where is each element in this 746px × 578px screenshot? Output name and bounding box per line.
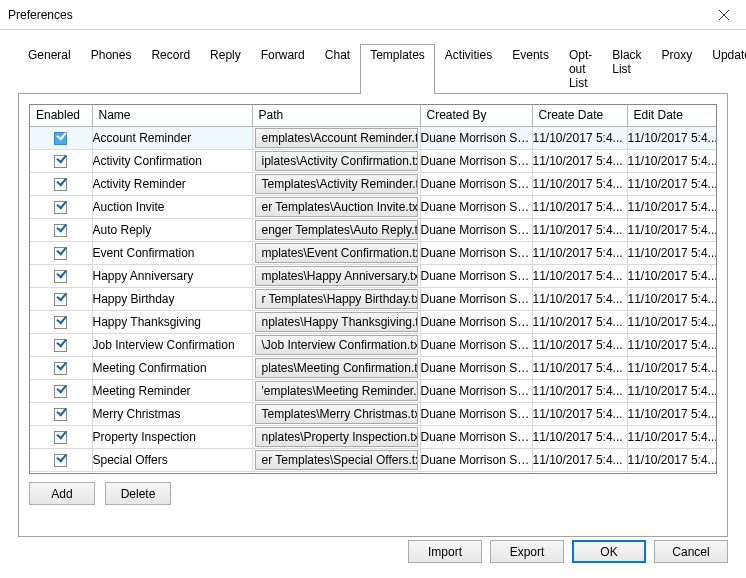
cell-name[interactable]: Happy Thanksgiving (92, 311, 252, 334)
path-button[interactable]: Templates\Activity Reminder.txt (255, 174, 418, 194)
cell-create-date[interactable]: 11/10/2017 5:4... (532, 127, 627, 150)
path-button[interactable]: er Templates\Special Offers.txt (255, 450, 418, 470)
close-button[interactable] (702, 0, 746, 30)
cell-edit-date[interactable]: 11/10/2017 5:4... (627, 426, 717, 449)
table-row[interactable]: Special Offerser Templates\Special Offer… (30, 449, 717, 472)
cell-name[interactable]: Meeting Confirmation (92, 357, 252, 380)
tab-general[interactable]: General (18, 44, 81, 94)
cell-created-by[interactable] (420, 472, 532, 475)
path-button[interactable]: mplates\Happy Anniversary.txt (255, 266, 418, 286)
cell-edit-date[interactable]: 11/10/2017 5:4... (627, 173, 717, 196)
col-header-edit-date[interactable]: Edit Date (627, 105, 717, 127)
tab-black-list[interactable]: Black List (602, 44, 651, 94)
path-button[interactable]: Templates\Merry Christmas.txt (255, 404, 418, 424)
tab-opt-out-list[interactable]: Opt-out List (559, 44, 602, 94)
table-row[interactable]: Happy Anniversarymplates\Happy Anniversa… (30, 265, 717, 288)
enabled-checkbox[interactable] (54, 224, 67, 237)
cell-create-date[interactable]: 11/10/2017 5:4... (532, 449, 627, 472)
col-header-create-date[interactable]: Create Date (532, 105, 627, 127)
cell-edit-date[interactable]: 11/10/2017 5:4... (627, 357, 717, 380)
cell-created-by[interactable]: Duane Morrison Smith (420, 242, 532, 265)
cell-name[interactable]: Activity Confirmation (92, 150, 252, 173)
enabled-checkbox[interactable] (54, 431, 67, 444)
cell-create-date[interactable]: 11/10/2017 5:4... (532, 311, 627, 334)
cell-created-by[interactable]: Duane Morrison Smith (420, 173, 532, 196)
cell-edit-date[interactable]: 11/10/2017 5:4... (627, 288, 717, 311)
col-header-name[interactable]: Name (92, 105, 252, 127)
cell-edit-date[interactable]: 11/10/2017 5:4... (627, 196, 717, 219)
path-button[interactable]: \Job Interview Confirmation.txt (255, 335, 418, 355)
cell-name[interactable]: Merry Christmas (92, 403, 252, 426)
table-row[interactable]: Auction Inviteer Templates\Auction Invit… (30, 196, 717, 219)
cell-name[interactable]: Meeting Reminder (92, 380, 252, 403)
enabled-checkbox[interactable] (54, 316, 67, 329)
table-row[interactable]: Job Interview Confirmation\Job Interview… (30, 334, 717, 357)
cell-created-by[interactable]: Duane Morrison Smith (420, 219, 532, 242)
tab-updates[interactable]: Updates (702, 44, 746, 94)
cell-created-by[interactable]: Duane Morrison Smith (420, 150, 532, 173)
cell-created-by[interactable]: Duane Morrison Smith (420, 403, 532, 426)
cell-created-by[interactable]: Duane Morrison Smith (420, 288, 532, 311)
cell-created-by[interactable]: Duane Morrison Smith (420, 196, 532, 219)
enabled-checkbox[interactable] (54, 201, 67, 214)
cell-name[interactable]: Account Reminder (92, 127, 252, 150)
enabled-checkbox[interactable] (54, 178, 67, 191)
enabled-checkbox[interactable] (54, 270, 67, 283)
path-button[interactable] (255, 473, 418, 474)
delete-button[interactable]: Delete (105, 482, 171, 505)
tab-phones[interactable]: Phones (81, 44, 142, 94)
import-button[interactable]: Import (408, 540, 482, 563)
cell-name[interactable]: Event Confirmation (92, 242, 252, 265)
table-row[interactable]: Auto Replyenger Templates\Auto Reply.txt… (30, 219, 717, 242)
cell-name[interactable]: Job Interview Confirmation (92, 334, 252, 357)
path-button[interactable]: nplates\Property Inspection.txt (255, 427, 418, 447)
cell-name[interactable] (92, 472, 252, 475)
enabled-checkbox[interactable] (54, 132, 67, 145)
cell-edit-date[interactable]: 11/10/2017 5:4... (627, 334, 717, 357)
path-button[interactable]: iplates\Activity Confirmation.txt (255, 151, 418, 171)
cell-create-date[interactable] (532, 472, 627, 475)
path-button[interactable]: mplates\Event Confirmation.txt (255, 243, 418, 263)
cell-create-date[interactable]: 11/10/2017 5:4... (532, 219, 627, 242)
enabled-checkbox[interactable] (54, 362, 67, 375)
cell-created-by[interactable]: Duane Morrison Smith (420, 426, 532, 449)
cell-name[interactable]: Special Offers (92, 449, 252, 472)
path-button[interactable]: enger Templates\Auto Reply.txt (255, 220, 418, 240)
cell-create-date[interactable]: 11/10/2017 5:4... (532, 196, 627, 219)
cell-name[interactable]: Auto Reply (92, 219, 252, 242)
table-row[interactable]: Account Reminderemplates\Account Reminde… (30, 127, 717, 150)
export-button[interactable]: Export (490, 540, 564, 563)
col-header-enabled[interactable]: Enabled (30, 105, 92, 127)
cell-edit-date[interactable]: 11/10/2017 5:4... (627, 449, 717, 472)
enabled-checkbox[interactable] (54, 155, 67, 168)
cell-create-date[interactable]: 11/10/2017 5:4... (532, 403, 627, 426)
table-row[interactable]: Property Inspectionnplates\Property Insp… (30, 426, 717, 449)
cell-create-date[interactable]: 11/10/2017 5:4... (532, 426, 627, 449)
table-row[interactable]: Activity ReminderTemplates\Activity Remi… (30, 173, 717, 196)
table-row[interactable]: Merry ChristmasTemplates\Merry Christmas… (30, 403, 717, 426)
cell-edit-date[interactable]: 11/10/2017 5:4... (627, 242, 717, 265)
enabled-checkbox[interactable] (54, 408, 67, 421)
path-button[interactable]: r Templates\Happy Birthday.txt (255, 289, 418, 309)
cell-created-by[interactable]: Duane Morrison Smith (420, 127, 532, 150)
cell-name[interactable]: Happy Anniversary (92, 265, 252, 288)
enabled-checkbox[interactable] (54, 247, 67, 260)
table-row[interactable]: Activity Confirmationiplates\Activity Co… (30, 150, 717, 173)
enabled-checkbox[interactable] (54, 454, 67, 467)
enabled-checkbox[interactable] (54, 339, 67, 352)
path-button[interactable]: nplates\Happy Thanksgiving.txt (255, 312, 418, 332)
tab-reply[interactable]: Reply (200, 44, 251, 94)
cell-name[interactable]: Auction Invite (92, 196, 252, 219)
cell-created-by[interactable]: Duane Morrison Smith (420, 380, 532, 403)
cell-create-date[interactable]: 11/10/2017 5:4... (532, 150, 627, 173)
path-button[interactable]: emplates\Account Reminder.txt (255, 128, 418, 148)
cell-create-date[interactable]: 11/10/2017 5:4... (532, 173, 627, 196)
cell-create-date[interactable]: 11/10/2017 5:4... (532, 357, 627, 380)
cell-create-date[interactable]: 11/10/2017 5:4... (532, 334, 627, 357)
cell-created-by[interactable]: Duane Morrison Smith (420, 357, 532, 380)
table-row[interactable]: Event Confirmationmplates\Event Confirma… (30, 242, 717, 265)
cell-create-date[interactable]: 11/10/2017 5:4... (532, 242, 627, 265)
tab-record[interactable]: Record (141, 44, 200, 94)
cell-create-date[interactable]: 11/10/2017 5:4... (532, 288, 627, 311)
path-button[interactable]: er Templates\Auction Invite.txt (255, 197, 418, 217)
